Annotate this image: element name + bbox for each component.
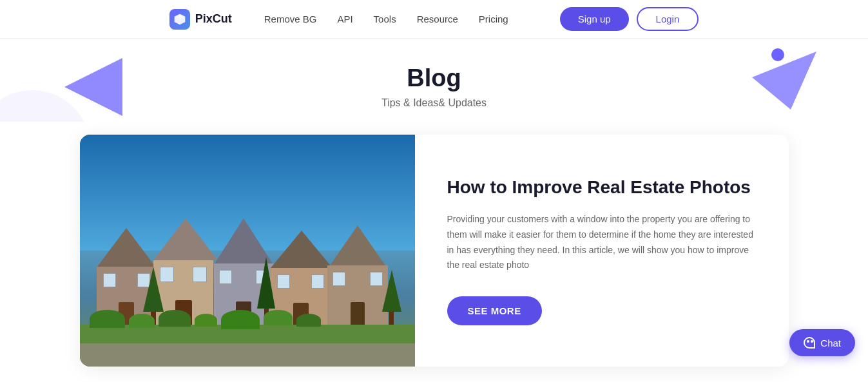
page-subtitle: Tips & Ideas& Updates — [381, 97, 487, 109]
nav-link-resource[interactable]: Resource — [417, 14, 458, 24]
deco-circle — [771, 48, 784, 61]
card-image — [80, 135, 415, 367]
login-button[interactable]: Login — [637, 7, 699, 31]
chat-bubble-icon — [804, 337, 815, 349]
signup-button[interactable]: Sign up — [560, 7, 629, 31]
deco-right-shape — [752, 52, 816, 112]
card-description: Providing your customers with a window i… — [447, 212, 757, 273]
chat-button[interactable]: Chat — [789, 329, 855, 356]
nav-link-remove-bg[interactable]: Remove BG — [264, 14, 317, 24]
nav-actions: Sign up Login — [560, 7, 699, 31]
card-title: How to Improve Real Estate Photos — [447, 176, 757, 199]
nav-links: Remove BG API Tools Resource Pricing — [264, 14, 508, 24]
logo-text: PixCut — [195, 12, 232, 26]
main-content: How to Improve Real Estate Photos Provid… — [0, 122, 868, 382]
nav-link-tools[interactable]: Tools — [374, 14, 396, 24]
nav-link-pricing[interactable]: Pricing — [479, 14, 508, 24]
chat-label: Chat — [820, 338, 841, 349]
svg-marker-1 — [752, 52, 816, 110]
navbar: PixCut Remove BG API Tools Resource Pric… — [0, 0, 868, 39]
nav-link-api[interactable]: API — [337, 14, 352, 24]
logo[interactable]: PixCut — [169, 9, 232, 30]
see-more-button[interactable]: SEE MORE — [447, 296, 542, 325]
hero-section: Blog Tips & Ideas& Updates — [0, 39, 868, 122]
blog-card: How to Improve Real Estate Photos Provid… — [80, 135, 789, 367]
card-content: How to Improve Real Estate Photos Provid… — [415, 135, 789, 367]
logo-icon — [169, 9, 190, 30]
page-title: Blog — [407, 64, 461, 92]
